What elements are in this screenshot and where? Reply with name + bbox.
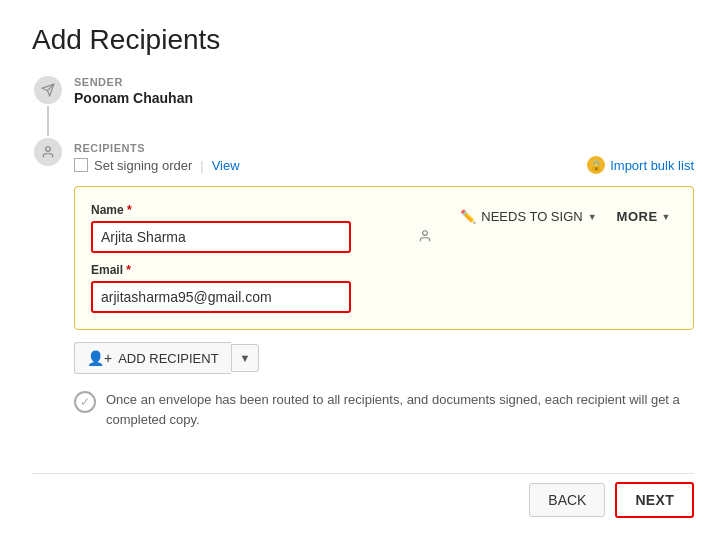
needs-to-sign-label: NEEDS TO SIGN <box>481 209 582 224</box>
recipients-icon <box>34 138 62 166</box>
name-input-wrap <box>91 221 438 253</box>
svg-point-3 <box>423 230 428 235</box>
sender-icon-wrap <box>32 76 64 138</box>
footer-row: BACK NEXT <box>32 473 694 518</box>
pipe-divider: | <box>200 158 203 173</box>
add-recipient-label: ADD RECIPIENT <box>118 351 218 366</box>
name-field-group: Name * <box>91 203 438 253</box>
signing-order-checkbox-wrap[interactable]: Set signing order <box>74 158 192 173</box>
signing-order-row: Set signing order | View 🔒 Import bulk l… <box>74 156 694 174</box>
card-row: Name * <box>91 203 677 313</box>
lock-icon: 🔒 <box>587 156 605 174</box>
sender-label: SENDER <box>74 76 694 88</box>
email-label: Email * <box>91 263 438 277</box>
field-group: Name * <box>91 203 438 313</box>
info-text: Once an envelope has been routed to all … <box>106 390 694 429</box>
svg-point-2 <box>46 147 51 152</box>
add-person-icon: 👤+ <box>87 350 112 366</box>
email-input-wrap <box>91 281 438 313</box>
next-button[interactable]: NEXT <box>615 482 694 518</box>
more-label: MORE <box>617 209 658 224</box>
action-buttons: ✏️ NEEDS TO SIGN ▼ MORE ▼ <box>454 205 677 228</box>
name-label: Name * <box>91 203 438 217</box>
recipients-row: RECIPIENTS Set signing order | View 🔒 Im… <box>32 138 694 469</box>
sender-row: SENDER Poonam Chauhan <box>32 76 694 138</box>
timeline-line-1 <box>47 106 49 136</box>
add-recipient-button[interactable]: 👤+ ADD RECIPIENT <box>74 342 231 374</box>
add-recipient-row: 👤+ ADD RECIPIENT ▼ <box>74 342 694 374</box>
pencil-icon: ✏️ <box>460 209 476 224</box>
add-recipient-dropdown-arrow: ▼ <box>240 352 251 364</box>
needs-to-sign-dropdown-arrow: ▼ <box>588 212 597 222</box>
name-required-star: * <box>124 203 132 217</box>
person-icon <box>418 229 432 246</box>
import-bulk-button[interactable]: 🔒 Import bulk list <box>587 156 694 174</box>
sender-icon <box>34 76 62 104</box>
import-bulk-label: Import bulk list <box>610 158 694 173</box>
recipients-label: RECIPIENTS <box>74 142 694 154</box>
sender-name: Poonam Chauhan <box>74 90 694 106</box>
signing-order-label: Set signing order <box>94 158 192 173</box>
sender-content: SENDER Poonam Chauhan <box>64 76 694 122</box>
more-dropdown-arrow: ▼ <box>662 212 671 222</box>
email-field-group: Email * <box>91 263 438 313</box>
signing-order-checkbox[interactable] <box>74 158 88 172</box>
more-button[interactable]: MORE ▼ <box>611 205 677 228</box>
add-recipient-dropdown-button[interactable]: ▼ <box>231 344 260 372</box>
view-link[interactable]: View <box>212 158 240 173</box>
recipients-content: RECIPIENTS Set signing order | View 🔒 Im… <box>64 142 694 469</box>
recipients-icon-wrap <box>32 138 64 166</box>
email-required-star: * <box>123 263 131 277</box>
check-circle-icon: ✓ <box>74 391 96 413</box>
timeline: SENDER Poonam Chauhan RECIPIENTS <box>32 76 694 469</box>
needs-to-sign-button[interactable]: ✏️ NEEDS TO SIGN ▼ <box>454 205 602 228</box>
info-row: ✓ Once an envelope has been routed to al… <box>74 390 694 429</box>
name-input[interactable] <box>91 221 351 253</box>
page-title: Add Recipients <box>32 24 694 56</box>
email-input[interactable] <box>91 281 351 313</box>
back-button[interactable]: BACK <box>529 483 605 517</box>
recipient-card: Name * <box>74 186 694 330</box>
